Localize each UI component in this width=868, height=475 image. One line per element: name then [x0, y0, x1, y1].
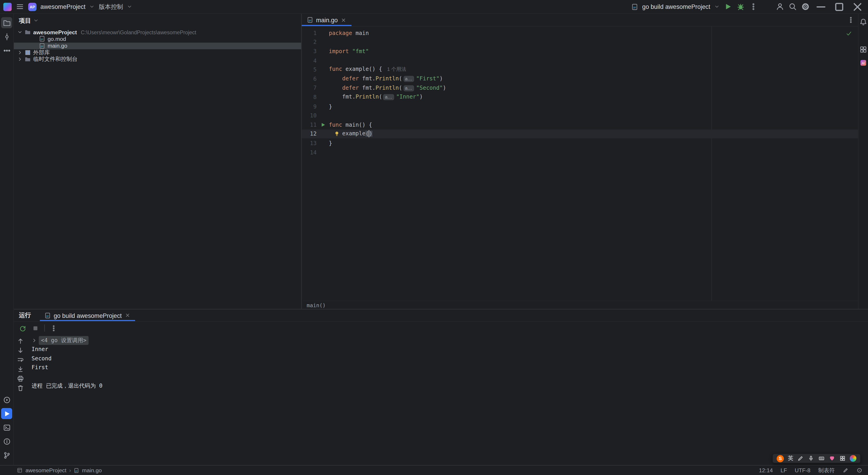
line-number[interactable]: 7 [302, 85, 317, 91]
run-more-options-icon[interactable] [50, 324, 57, 332]
scroll-up-button[interactable] [17, 337, 24, 345]
run-line-icon[interactable] [317, 121, 329, 128]
scroll-to-end-button[interactable] [17, 365, 24, 373]
chevron-right-icon[interactable] [17, 49, 23, 56]
notifications-icon[interactable] [857, 467, 863, 473]
scroll-down-button[interactable] [17, 347, 24, 354]
project-name[interactable]: awesomeProject [40, 3, 85, 10]
git-tool-icon[interactable] [1, 450, 12, 461]
line-number[interactable]: 13 [302, 140, 317, 146]
folded-command[interactable]: <4 go 设置调用> [39, 336, 89, 345]
tree-item-scratches-consoles[interactable]: 临时文件和控制台 [14, 56, 301, 63]
run-button[interactable] [724, 2, 733, 11]
run-tab-go-build[interactable]: go go build awesomeProject [40, 309, 135, 321]
statusbar-module[interactable]: awesomeProject [25, 467, 66, 473]
debug-button[interactable] [736, 2, 745, 11]
line-number[interactable]: 9 [302, 103, 317, 110]
code-line-11[interactable]: 11func main() { [302, 120, 858, 129]
search-icon[interactable] [788, 2, 797, 11]
terminal-tool-icon[interactable] [1, 422, 12, 433]
run-tool-window-title[interactable]: 运行 [19, 309, 31, 321]
chevron-down-icon[interactable] [33, 18, 39, 23]
code-line-10[interactable]: 10 [302, 111, 858, 120]
inspections-ok-icon[interactable] [845, 30, 852, 37]
sogou-logo-icon[interactable]: S [777, 455, 784, 462]
minimize-button[interactable] [814, 0, 828, 13]
line-number[interactable]: 12 [302, 131, 317, 137]
vcs-menu[interactable]: 版本控制 [99, 2, 123, 11]
line-number[interactable]: 2 [302, 39, 317, 45]
code-line-13[interactable]: 13} [302, 139, 858, 148]
ime-grid-icon[interactable] [839, 455, 846, 462]
user-icon[interactable] [776, 2, 784, 11]
code-line-8[interactable]: 8 fmt.Println(a…"Inner") [302, 93, 858, 102]
file-encoding[interactable]: UTF-8 [795, 467, 810, 473]
code-area[interactable]: 1package main23import "fmt"45func exampl… [302, 27, 858, 301]
problems-tool-icon[interactable] [1, 436, 12, 447]
ime-emoji-icon[interactable] [829, 455, 835, 462]
project-badge[interactable]: AP [28, 2, 36, 11]
line-number[interactable]: 8 [302, 94, 317, 100]
tree-item-go-mod[interactable]: gogo.mod [14, 36, 301, 42]
code-line-3[interactable]: 3import "fmt" [302, 47, 858, 56]
line-number[interactable]: 6 [302, 76, 317, 82]
line-number[interactable]: 1 [302, 30, 317, 36]
tree-item-external-libraries[interactable]: 外部库 [14, 49, 301, 56]
services-tool-icon[interactable] [1, 394, 12, 405]
rerun-button[interactable] [19, 324, 27, 332]
code-line-12[interactable]: 12 example() [302, 129, 858, 138]
chevron-right-icon[interactable] [17, 56, 23, 63]
code-line-1[interactable]: 1package main [302, 28, 858, 37]
settings-icon[interactable] [801, 2, 810, 11]
code-line-9[interactable]: 9} [302, 102, 858, 111]
line-number[interactable]: 5 [302, 66, 317, 73]
run-tool-icon[interactable] [1, 408, 12, 419]
line-number[interactable]: 3 [302, 48, 317, 54]
console-output[interactable]: <4 go 设置调用>InnerSecondFirst进程 已完成，退出代码为 … [27, 334, 868, 465]
ime-mic-icon[interactable] [808, 455, 814, 462]
intention-bulb-icon[interactable] [334, 130, 340, 137]
database-tool-icon[interactable] [859, 45, 868, 54]
cursor-position[interactable]: 12:14 [759, 467, 773, 473]
tree-item-main-go[interactable]: gomain.go [14, 42, 301, 49]
breadcrumb[interactable]: main() [302, 301, 858, 309]
more-tool-windows-icon[interactable] [1, 45, 12, 56]
code-line-6[interactable]: 6 defer fmt.Println(a…"First") [302, 74, 858, 83]
line-number[interactable]: 4 [302, 57, 317, 64]
commit-tool-icon[interactable] [1, 31, 12, 42]
main-menu-icon[interactable] [16, 2, 24, 11]
statusbar-file[interactable]: main.go [82, 467, 102, 473]
line-ending[interactable]: LF [781, 467, 787, 473]
indent-style[interactable]: 制表符 [818, 466, 835, 474]
ime-keyboard-icon[interactable] [818, 455, 825, 462]
clear-console-button[interactable] [17, 384, 24, 392]
ime-lang-ball-icon[interactable] [850, 455, 857, 462]
notifications-bell-icon[interactable] [859, 17, 868, 26]
tree-item-awesome-project-root[interactable]: awesomeProjectC:\Users\meowr\GolandProje… [14, 29, 301, 36]
project-panel-header[interactable]: 项目 [14, 14, 301, 27]
maximize-button[interactable] [832, 0, 846, 13]
fold-chevron-icon[interactable] [32, 338, 37, 343]
readonly-toggle-icon[interactable] [843, 467, 849, 473]
breadcrumb-scope[interactable]: main() [307, 302, 326, 308]
code-line-14[interactable]: 14 [302, 148, 858, 157]
code-line-4[interactable]: 4 [302, 56, 858, 65]
code-line-7[interactable]: 7 defer fmt.Println(a…"Second") [302, 83, 858, 92]
chevron-down-icon[interactable] [17, 29, 23, 35]
chevron-down-icon[interactable] [714, 4, 719, 9]
ime-language-mode[interactable]: 英 [788, 454, 793, 462]
code-line-5[interactable]: 5func example() {1 个用法 [302, 65, 858, 74]
close-tab-icon[interactable] [340, 17, 347, 23]
soft-wrap-button[interactable] [17, 356, 24, 364]
print-button[interactable] [17, 375, 24, 383]
line-number[interactable]: 14 [302, 149, 317, 155]
close-button[interactable] [850, 0, 865, 13]
ai-assistant-icon[interactable]: AI [859, 58, 868, 67]
more-actions-icon[interactable] [749, 2, 758, 11]
line-number[interactable]: 11 [302, 122, 317, 128]
tab-options-icon[interactable] [847, 16, 855, 24]
stop-button[interactable] [32, 324, 39, 332]
tab-main-go[interactable]: go main.go [302, 14, 351, 26]
ime-pen-icon[interactable] [797, 455, 804, 462]
project-tool-icon[interactable] [1, 17, 12, 28]
